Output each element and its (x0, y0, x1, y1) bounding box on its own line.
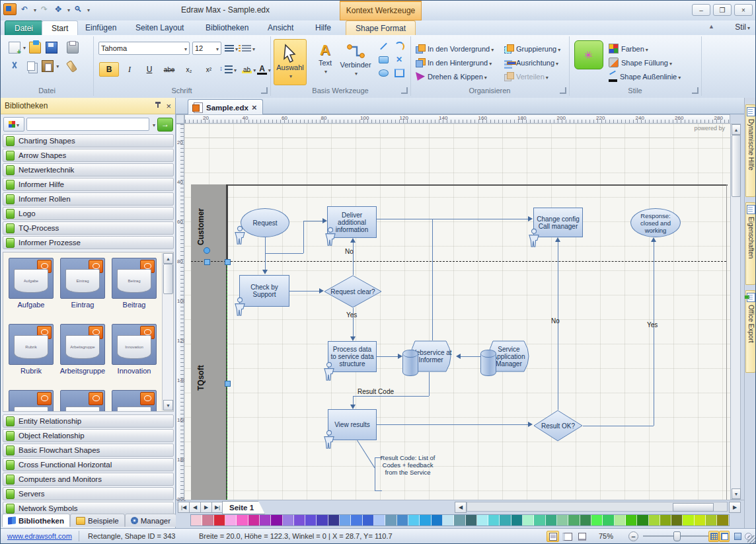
highlight-button[interactable]: ab (242, 63, 256, 76)
shape-thumbnail[interactable]: RubrikRubrik (7, 324, 55, 375)
font-size-combo[interactable]: 12 (192, 42, 221, 55)
first-page-button[interactable]: |◀ (178, 502, 190, 513)
library-search-input[interactable] (26, 118, 149, 131)
pan-dropdown[interactable] (66, 5, 70, 13)
selection-handle[interactable] (204, 259, 210, 265)
font-family-combo[interactable]: Tahoma (98, 42, 190, 55)
farben-button[interactable]: Farben (609, 42, 681, 56)
palette-swatch[interactable] (523, 515, 534, 525)
canvas-vertical-scrollbar[interactable]: ▲ ▼ (730, 124, 741, 500)
node-process-data[interactable]: Process data to service data structure (328, 341, 377, 372)
last-page-button[interactable]: ▶| (211, 502, 223, 513)
line-spacing-button[interactable] (224, 63, 237, 76)
tab-beispiele[interactable]: Beispiele (70, 514, 125, 527)
tab-eigenschaften[interactable]: Eigenschaften (745, 202, 756, 285)
palette-swatch[interactable] (683, 515, 694, 525)
annotation-result-code[interactable]: Result Code: List of Codes + feedback fr… (376, 454, 439, 476)
app-logo-icon[interactable] (3, 3, 17, 15)
undo-button[interactable]: ↶ (19, 3, 30, 15)
stile-dialog-launcher[interactable] (692, 87, 699, 94)
tab-manager[interactable]: Manager (125, 514, 176, 527)
palette-swatch[interactable] (454, 515, 465, 525)
palette-swatch[interactable] (340, 515, 351, 525)
zoom-slider-thumb[interactable] (673, 531, 681, 541)
distribute-button[interactable]: Verteilen (504, 69, 560, 83)
customize-qat-dropdown[interactable] (86, 5, 90, 13)
subscript-button[interactable]: x₂ (180, 63, 198, 76)
auswahl-button[interactable]: Auswahl (274, 39, 307, 85)
next-page-button[interactable]: ▶ (200, 502, 212, 513)
library-item[interactable]: Informer Hilfe (3, 178, 174, 191)
palette-swatch[interactable] (660, 515, 671, 525)
lane-label-tqsoft[interactable]: TQsoft (196, 355, 209, 401)
shape-thumbnail[interactable]: BeitragBeitrag (110, 258, 158, 309)
library-item[interactable]: TQ-Process (3, 221, 174, 235)
palette-swatch[interactable] (466, 515, 477, 525)
palette-swatch[interactable] (248, 515, 260, 525)
thumbnails-scrollbar[interactable]: ▲ ▼ (162, 253, 172, 410)
bullet-list-button[interactable] (242, 42, 255, 55)
library-item[interactable]: Netzwerktechnik (3, 163, 174, 176)
undo-dropdown[interactable] (32, 5, 36, 13)
palette-swatch[interactable] (591, 515, 603, 525)
superscript-button[interactable]: x² (200, 63, 218, 76)
zoom-out-button[interactable]: − (628, 531, 638, 541)
paste-button[interactable] (41, 59, 54, 73)
node-request-clear[interactable]: Request clear? (324, 275, 382, 308)
minimize-button[interactable]: – (692, 4, 710, 16)
snap-toggle-button[interactable] (719, 531, 730, 542)
palette-swatch[interactable] (385, 515, 397, 525)
palette-swatch[interactable] (443, 515, 454, 525)
palette-swatch[interactable] (294, 515, 305, 525)
bold-button[interactable]: B (99, 62, 119, 77)
library-item[interactable]: Network Symbols (3, 502, 174, 515)
library-item[interactable]: Object Relationship (3, 429, 174, 442)
palette-swatch[interactable] (671, 515, 683, 525)
palette-swatch[interactable] (568, 515, 580, 525)
palette-swatch[interactable] (305, 515, 317, 525)
cut-button[interactable] (8, 59, 21, 73)
palette-swatch[interactable] (649, 515, 660, 525)
palette-swatch[interactable] (615, 515, 626, 525)
library-item[interactable]: Arrow Shapes (3, 149, 174, 162)
pan-button[interactable]: ✥ (52, 3, 64, 15)
line-tool[interactable] (377, 40, 390, 52)
tab-bibliotheken-bottom[interactable]: Bibliotheken (2, 514, 70, 527)
underline-button[interactable]: U (140, 63, 159, 76)
copy-button[interactable] (24, 59, 38, 73)
library-item[interactable]: Charting Shapes (3, 134, 174, 147)
basis-dialog-launcher[interactable] (401, 87, 408, 94)
palette-swatch[interactable] (626, 515, 637, 525)
format-painter-button[interactable] (65, 59, 78, 73)
new-dropdown[interactable] (22, 43, 26, 51)
selection-handle[interactable] (225, 381, 231, 387)
palette-swatch[interactable] (420, 515, 431, 525)
shape-thumbnail[interactable]: ArbeitsgruppeArbeitsgruppe (59, 324, 106, 375)
shape-thumbnail[interactable] (7, 390, 55, 412)
palette-swatch[interactable] (283, 515, 294, 525)
grid-toggle-button[interactable] (708, 531, 719, 542)
shape-thumbnail[interactable] (110, 390, 158, 412)
shape-thumbnail[interactable]: Kontakt (59, 390, 106, 412)
palette-swatch[interactable] (363, 515, 374, 525)
arc-tool[interactable] (393, 40, 406, 52)
edrawsoft-link[interactable]: www.edrawsoft.com (7, 532, 72, 540)
scroll-up-icon[interactable]: ▲ (732, 124, 741, 135)
rectangle-tool[interactable] (377, 54, 390, 65)
library-item[interactable]: Computers and Monitors (3, 473, 174, 486)
tab-hilfe[interactable]: Hilfe (306, 20, 340, 35)
node-check-by-support[interactable]: Check by Support (239, 275, 289, 307)
shape-thumbnail[interactable]: EintragEintrag (59, 258, 106, 309)
text-align-button[interactable] (225, 42, 238, 55)
palette-swatch[interactable] (237, 515, 248, 525)
verbinder-button[interactable]: Verbinder (336, 39, 375, 85)
palette-swatch[interactable] (637, 515, 648, 525)
collapse-ribbon-icon[interactable]: ▲ (708, 23, 714, 30)
close-panel-icon[interactable] (166, 101, 171, 111)
palette-swatch[interactable] (191, 515, 202, 525)
palette-swatch[interactable] (214, 515, 225, 525)
align-button[interactable]: Ausrichtung (504, 56, 560, 69)
node-request[interactable]: Request (241, 208, 289, 237)
palette-swatch[interactable] (260, 515, 271, 525)
save-button[interactable] (45, 41, 58, 54)
